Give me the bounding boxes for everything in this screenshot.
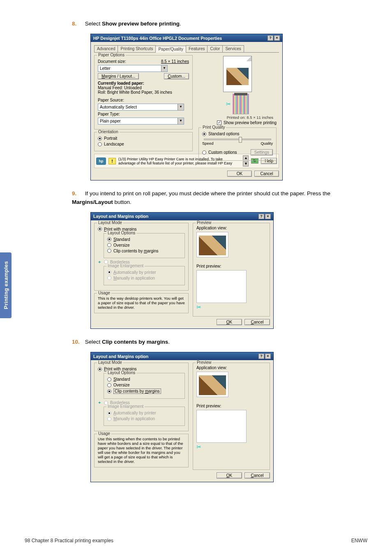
close-titlebar-button[interactable]: ×	[274, 35, 280, 41]
layout-mode-group: Layout Mode Print with margins Layout Op…	[94, 223, 189, 291]
app-view-preview	[196, 232, 228, 257]
help-titlebar-button[interactable]: ?	[267, 35, 273, 41]
footer-left: 98 Chapter 8 Practical printing examples	[25, 538, 113, 543]
help-titlebar-button[interactable]: ?	[258, 354, 264, 359]
document-properties-dialog: HP Designjet T1100ps 44in Office HPGL2 D…	[90, 34, 283, 180]
quality-slider[interactable]	[202, 139, 273, 140]
layout-mode-group: Layout Mode Print with margins Layout Op…	[94, 363, 189, 431]
step-8-num: 8.	[72, 20, 83, 28]
scissors-icon: ✂	[196, 304, 201, 310]
image-enlargement-group: Image Enlargement Automatically by print…	[104, 266, 185, 285]
sparkle-icon: ✦	[98, 260, 101, 264]
print-quality-group: Print Quality Standard options SpeedQual…	[198, 127, 277, 161]
chevron-down-icon: ▼	[161, 65, 167, 72]
dialog2-titlebar: Layout and Margins option ?×	[91, 213, 273, 220]
page-footer: 98 Chapter 8 Practical printing examples…	[25, 538, 367, 543]
scissors-icon: ✂	[196, 444, 201, 450]
paper-type-combo[interactable]: Plain paper▼	[98, 118, 184, 125]
ok-button[interactable]: OK	[227, 171, 252, 177]
step-9: 9. If you intend to print on roll paper,…	[72, 190, 367, 206]
cancel-button[interactable]: Cancel	[244, 472, 270, 479]
close-titlebar-button[interactable]: ×	[265, 214, 271, 219]
auto-by-printer-radio: Automatically by printer	[107, 270, 181, 275]
dialog1-titlebar: HP Designjet T1100ps 44in Office HPGL2 D…	[91, 34, 282, 42]
doc-size-value[interactable]: 8.5 × 11 inches	[161, 59, 189, 64]
ok-button[interactable]: OK	[217, 319, 242, 325]
preview-group: Preview Application view: Print preview:…	[193, 223, 270, 317]
chevron-down-icon: ▼	[178, 104, 184, 110]
layout-options-group: Layout Options Standard Oversize Clip co…	[104, 233, 185, 258]
print-preview-thumb	[196, 410, 247, 443]
oversize-radio[interactable]: Oversize	[107, 383, 181, 387]
dialog3-titlebar: Layout and Margins option ?×	[91, 352, 273, 360]
clip-contents-radio[interactable]: Clip contents by margins	[107, 388, 181, 394]
show-preview-checkbox[interactable]: ✓Show preview before printing	[198, 120, 277, 125]
standard-radio[interactable]: Standard	[107, 237, 181, 242]
manual-in-app-radio: Manually in application	[107, 416, 181, 421]
step-10: 10. Select Clip contents by margins.	[72, 338, 367, 346]
auto-by-printer-radio: Automatically by printer	[107, 411, 181, 415]
app-view-preview	[196, 372, 228, 397]
scissors-icon: ✂	[226, 101, 231, 107]
orientation-landscape[interactable]: Landscape	[98, 142, 189, 146]
dialog1-title: HP Designjet T1100ps 44in Office HPGL2 D…	[93, 36, 222, 41]
cancel-button[interactable]: Cancel	[244, 319, 270, 325]
chevron-down-icon: ▼	[178, 118, 184, 124]
tab-advanced[interactable]: Advanced	[94, 45, 118, 52]
sparkle-icon: ✦	[98, 400, 101, 405]
step-9-num: 9.	[72, 190, 83, 198]
tab-paper-quality[interactable]: Paper/Quality	[155, 46, 186, 53]
tab-color[interactable]: Color	[207, 45, 223, 52]
hp-badge-icon: hp	[96, 157, 106, 165]
custom-size-button[interactable]: Custom...	[164, 73, 189, 79]
preview-group: Preview Application view: Print preview:…	[193, 363, 270, 470]
ok-button[interactable]: OK	[217, 472, 242, 479]
paper-options-group: Paper Options Document size:8.5 × 11 inc…	[94, 55, 193, 130]
help-titlebar-button[interactable]: ?	[258, 214, 264, 219]
paper-source-combo[interactable]: Automatically Select▼	[98, 104, 184, 111]
orientation-group: Orientation Portrait Landscape	[94, 132, 193, 151]
usage-group: Usage Use this setting when the contents…	[94, 434, 189, 467]
tab-features[interactable]: Features	[186, 45, 208, 52]
warning-icon: !	[108, 158, 116, 164]
print-preview-thumb	[196, 270, 247, 303]
printed-on-label: Printed on: 8.5 × 11 inches	[198, 115, 273, 120]
manual-in-app-radio: Manually in application	[107, 276, 181, 280]
dialog2-title: Layout and Margins option	[93, 214, 148, 219]
settings-button: Settings	[251, 149, 273, 155]
step-8: 8. Select Show preview before printing.	[72, 20, 367, 28]
tab-services[interactable]: Services	[222, 45, 244, 52]
standard-options-radio[interactable]: Standard options	[202, 132, 273, 136]
page-preview	[223, 56, 252, 92]
usage-group: Usage This is the way desktop printers w…	[94, 293, 189, 313]
dialog1-tabs: Advanced Printing Shortcuts Paper/Qualit…	[94, 45, 279, 53]
layout-margins-dialog-clip: Layout and Margins option ?× Layout Mode…	[90, 352, 274, 482]
orientation-portrait[interactable]: Portrait	[98, 136, 189, 141]
step-10-num: 10.	[72, 338, 83, 346]
layout-margins-dialog-standard: Layout and Margins option ?× Layout Mode…	[90, 212, 274, 329]
side-tab: Printing examples	[0, 252, 12, 318]
doc-size-combo[interactable]: Letter▼	[98, 65, 168, 72]
footer-right: ENWW	[351, 538, 367, 543]
side-tab-label: Printing examples	[3, 261, 9, 309]
cancel-button[interactable]: Cancel	[254, 171, 279, 177]
layout-options-group: Layout Options Standard Oversize Clip co…	[104, 373, 185, 399]
dialog3-title: Layout and Margins option	[93, 354, 148, 359]
margins-layout-button[interactable]: Margins / Layout...	[98, 73, 139, 79]
image-enlargement-group: Image Enlargement Automatically by print…	[104, 407, 185, 426]
oversize-radio[interactable]: Oversize	[107, 243, 181, 247]
tab-printing-shortcuts[interactable]: Printing Shortcuts	[118, 45, 156, 52]
close-titlebar-button[interactable]: ×	[265, 354, 271, 359]
clip-contents-radio[interactable]: Clip contents by margins	[107, 249, 181, 253]
standard-radio[interactable]: Standard	[107, 377, 181, 382]
custom-options-radio[interactable]: Custom options	[202, 150, 237, 155]
